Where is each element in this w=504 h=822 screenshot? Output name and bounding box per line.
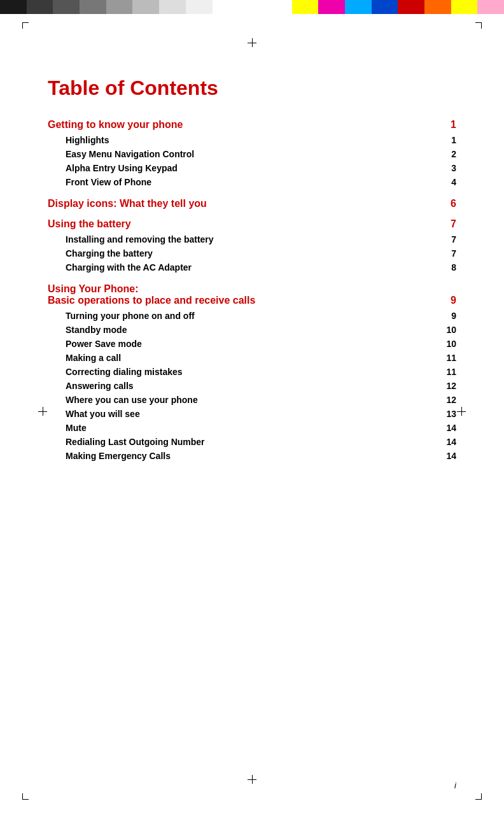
color-block-r4 [372, 0, 398, 14]
toc-item-what-you-see: What you will see 13 [48, 407, 456, 421]
toc-item-page-turning-on-off: 9 [444, 311, 456, 321]
toc-item-label-answering-calls: Answering calls [66, 381, 134, 391]
color-block-6 [132, 0, 159, 14]
toc-item-label-what-you-see: What you will see [66, 409, 140, 419]
color-block-r1 [292, 0, 319, 14]
toc-item-answering-calls: Answering calls 12 [48, 379, 456, 393]
crosshair-left [38, 407, 47, 416]
corner-mark-bl [22, 793, 29, 800]
corner-mark-tr [475, 22, 482, 29]
color-bar-gap [239, 0, 291, 14]
toc-item-installing-battery: Installing and removing the battery 7 [48, 232, 456, 246]
footer-page-number: i [454, 781, 456, 790]
color-block-r5 [398, 0, 424, 14]
color-block-9 [213, 0, 239, 14]
toc-item-label-installing-battery: Installing and removing the battery [66, 234, 214, 244]
toc-section-using-phone: Using Your Phone: Basic operations to pl… [48, 283, 456, 463]
toc-item-label-highlights: Highlights [66, 135, 109, 145]
toc-item-label-correcting-dialing: Correcting dialing mistakes [66, 367, 183, 377]
toc-item-charging-battery: Charging the battery 7 [48, 246, 456, 260]
toc-item-turning-on-off: Turning your phone on and off 9 [48, 309, 456, 323]
toc-item-label-easy-menu: Easy Menu Navigation Control [66, 149, 194, 159]
corner-mark-tl [22, 22, 29, 29]
toc-item-page-correcting-dialing: 11 [444, 367, 456, 377]
color-block-1 [0, 0, 27, 14]
toc-item-front-view: Front View of Phone 4 [48, 175, 456, 189]
color-block-2 [27, 0, 53, 14]
corner-mark-br [475, 793, 482, 800]
section-page-basic-ops: 9 [451, 295, 456, 306]
page-title: Table of Contents [48, 76, 456, 100]
toc-item-page-emergency-calls: 14 [444, 451, 456, 461]
toc-item-page-charging-ac: 8 [444, 262, 456, 273]
color-block-r7 [451, 0, 478, 14]
section-header-battery: Using the battery 7 [48, 218, 456, 230]
section-page-getting-to-know: 1 [444, 119, 456, 131]
section-page-battery: 7 [444, 218, 456, 230]
toc-item-charging-ac: Charging with the AC Adapter 8 [48, 260, 456, 274]
toc-item-page-what-you-see: 13 [444, 409, 456, 419]
color-bar-top [0, 0, 504, 14]
toc-item-making-call: Making a call 11 [48, 351, 456, 365]
crosshair-right [457, 407, 466, 416]
toc-item-page-making-call: 11 [444, 353, 456, 363]
section-page-display-icons: 6 [444, 198, 456, 209]
toc-item-page-easy-menu: 2 [444, 149, 456, 159]
color-block-r2 [318, 0, 345, 14]
toc-item-label-where-use: Where you can use your phone [66, 395, 198, 405]
color-block-r3 [345, 0, 372, 14]
toc-item-page-redialing: 14 [444, 437, 456, 447]
crosshair-top [248, 38, 256, 47]
section-title-basic-ops: Basic operations to place and receive ca… [48, 295, 456, 306]
toc-item-page-where-use: 12 [444, 395, 456, 405]
section-title-display-icons: Display icons: What they tell you [48, 198, 207, 209]
toc-item-page-mute: 14 [444, 423, 456, 433]
toc-item-label-redialing: Redialing Last Outgoing Number [66, 437, 205, 447]
toc-section-display-icons: Display icons: What they tell you 6 [48, 198, 456, 209]
section-subtitle-basic-ops: Basic operations to place and receive ca… [48, 295, 255, 306]
toc-item-label-front-view: Front View of Phone [66, 177, 151, 187]
toc-item-label-emergency-calls: Making Emergency Calls [66, 451, 171, 461]
toc-item-correcting-dialing: Correcting dialing mistakes 11 [48, 365, 456, 379]
section-title-getting-to-know: Getting to know your phone [48, 119, 183, 131]
section-title-using-phone: Using Your Phone: [48, 283, 456, 295]
toc-item-label-mute: Mute [66, 423, 87, 433]
toc-item-page-highlights: 1 [444, 135, 456, 145]
toc-item-label-making-call: Making a call [66, 353, 121, 363]
toc-item-page-alpha-entry: 3 [444, 163, 456, 173]
section-dual-header: Using Your Phone: Basic operations to pl… [48, 283, 456, 306]
toc-item-label-charging-battery: Charging the battery [66, 248, 153, 259]
toc-item-where-use: Where you can use your phone 12 [48, 393, 456, 407]
toc-item-highlights: Highlights 1 [48, 133, 456, 147]
toc-item-mute: Mute 14 [48, 421, 456, 435]
color-block-5 [106, 0, 133, 14]
toc-item-label-power-save: Power Save mode [66, 339, 142, 349]
color-block-r6 [424, 0, 451, 14]
section-header-display-icons: Display icons: What they tell you 6 [48, 198, 456, 209]
toc-item-label-charging-ac: Charging with the AC Adapter [66, 262, 192, 273]
color-block-3 [53, 0, 80, 14]
toc-item-page-power-save: 10 [444, 339, 456, 349]
toc-item-power-save: Power Save mode 10 [48, 337, 456, 351]
toc-item-emergency-calls: Making Emergency Calls 14 [48, 449, 456, 463]
section-title-battery: Using the battery [48, 218, 131, 230]
toc-section-getting-to-know: Getting to know your phone 1 Highlights … [48, 119, 456, 189]
color-block-7 [159, 0, 186, 14]
color-block-r8 [477, 0, 504, 14]
toc-item-label-standby: Standby mode [66, 325, 127, 335]
toc-item-alpha-entry: Alpha Entry Using Keypad 3 [48, 161, 456, 175]
toc-item-page-installing-battery: 7 [444, 234, 456, 244]
content-area: Table of Contents Getting to know your p… [48, 76, 456, 472]
toc-section-battery: Using the battery 7 Installing and remov… [48, 218, 456, 274]
toc-item-easy-menu: Easy Menu Navigation Control 2 [48, 147, 456, 161]
toc-item-label-alpha-entry: Alpha Entry Using Keypad [66, 163, 178, 173]
section-header-getting-to-know: Getting to know your phone 1 [48, 119, 456, 131]
color-block-8 [186, 0, 213, 14]
toc-item-page-front-view: 4 [444, 177, 456, 187]
toc-item-label-turning-on-off: Turning your phone on and off [66, 311, 195, 321]
toc-item-standby: Standby mode 10 [48, 323, 456, 337]
toc-item-page-answering-calls: 12 [444, 381, 456, 391]
toc-item-page-standby: 10 [444, 325, 456, 335]
crosshair-bottom [248, 775, 256, 784]
color-block-4 [80, 0, 106, 14]
